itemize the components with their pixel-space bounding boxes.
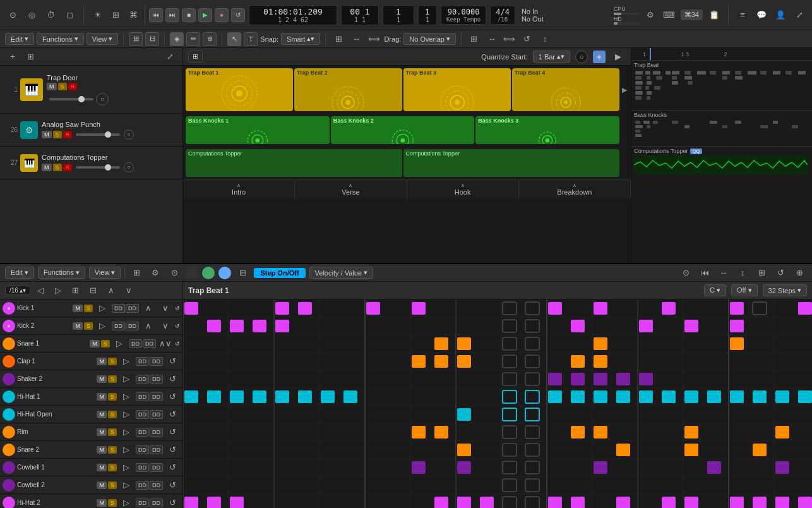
inst-mute-cowbell-2[interactable]: M [97, 481, 107, 489]
inst-icon-rim[interactable] [3, 426, 15, 438]
step-on-off-btn[interactable]: Step On/Off [254, 268, 305, 278]
inst-btn-dd-17[interactable]: DD [136, 445, 149, 454]
list-icon[interactable]: ≡ [735, 8, 750, 23]
inst-tune-cowbell-1[interactable]: ↺ [165, 460, 180, 475]
text-tool[interactable]: T [244, 32, 258, 46]
beat-right-5[interactable]: ⊞ [754, 265, 769, 281]
inst-solo-cowbell-2[interactable]: S [108, 481, 117, 489]
inst-solo-cowbell-1[interactable]: S [108, 464, 117, 471]
cmd-icon[interactable]: ⌘ [126, 8, 141, 23]
step-icon-3[interactable]: ⊞ [68, 283, 83, 298]
beat-right-6[interactable]: ↺ [773, 265, 788, 281]
off-selector[interactable]: Off ▾ [731, 284, 758, 296]
bass-scroll-handle[interactable] [621, 116, 628, 144]
inst-collapse-kick-1[interactable]: ∨ [158, 301, 173, 316]
inst-icon-snare-2[interactable] [3, 444, 15, 456]
inst-icon-hihat-open[interactable] [3, 408, 15, 421]
key-selector[interactable]: C ▾ [704, 284, 726, 296]
inst-tune-kick-1[interactable]: ↺ [175, 305, 180, 311]
arr-scroll-handle[interactable]: ▶ [621, 68, 628, 111]
inst-btn-dd-15[interactable]: DD [136, 428, 149, 437]
inst-mute-clap-1[interactable]: M [97, 358, 107, 365]
flex-tool-btn[interactable]: ⊟ [145, 32, 159, 46]
brightness-icon[interactable]: ☀ [90, 8, 105, 23]
inst-arrow-hihat-1[interactable]: ▷ [119, 389, 134, 404]
pan-knob-analog-saw[interactable]: ○ [124, 130, 134, 140]
pattern-trap-beat-2[interactable]: Trap Beat 2 [294, 68, 402, 111]
track-options-icon[interactable]: ⊞ [23, 49, 38, 64]
inst-arrow-hihat-2[interactable]: ▷ [119, 495, 134, 509]
record-button[interactable]: ● [215, 8, 229, 22]
inst-tune-kick-2[interactable]: ↺ [175, 323, 180, 329]
beat-icon-2[interactable]: ⚙ [148, 265, 163, 281]
inst-arrow-cowbell-2[interactable]: ▷ [119, 478, 134, 493]
inst-btn-dd-4[interactable]: DD [126, 322, 139, 330]
pattern-trap-beat-3[interactable]: Trap Beat 3 [403, 68, 511, 111]
drag-icon-1[interactable]: ⊞ [331, 32, 346, 47]
inst-btn-dd-16[interactable]: DD [150, 428, 163, 437]
q-active[interactable]: ◈ [593, 51, 606, 63]
inst-icon-kick-1[interactable]: ● [3, 302, 15, 315]
inst-icon-cowbell-1[interactable] [3, 461, 15, 474]
beat-right-7[interactable]: ⊕ [792, 265, 807, 281]
add-track-icon[interactable]: + [5, 49, 20, 64]
inst-tune-hihat-1[interactable]: ↺ [165, 389, 180, 404]
view-menu[interactable]: View ▾ [87, 33, 119, 45]
inst-tune-snare-2[interactable]: ↺ [165, 442, 180, 457]
inst-solo-rim[interactable]: S [108, 428, 117, 436]
inst-icon-shaker-2[interactable] [3, 373, 15, 385]
inst-icon-clap-1[interactable] [3, 355, 15, 368]
settings-icon[interactable]: ⚙ [643, 8, 658, 23]
inst-expand-kick-2[interactable]: ∧ [141, 318, 156, 334]
inst-btn-dd-23[interactable]: DD [136, 499, 149, 507]
inst-btn-dd-19[interactable]: DD [136, 463, 149, 472]
color-btn-2[interactable] [202, 267, 215, 279]
inst-btn-dd-9[interactable]: DD [136, 375, 149, 384]
beat-icon-1[interactable]: ⊞ [129, 265, 144, 281]
inst-solo-clap-1[interactable]: S [108, 358, 117, 365]
section-breakdown[interactable]: ∧ Breakdown [519, 180, 631, 198]
inst-btn-dd-22[interactable]: DD [150, 481, 163, 490]
inst-tune-hihat-2[interactable]: ↺ [165, 495, 180, 509]
beat-right-1[interactable]: ⊙ [678, 265, 693, 281]
icon-btn-3[interactable]: ⏱ [43, 8, 58, 23]
volume-slider-trap-door[interactable] [49, 98, 93, 100]
inst-mute-hihat-1[interactable]: M [97, 393, 107, 401]
inst-solo-hihat-2[interactable]: S [108, 499, 117, 507]
inst-arrow-rim[interactable]: ▷ [119, 425, 134, 440]
icon-btn-2[interactable]: ◎ [24, 8, 39, 23]
inst-solo-hihat-open[interactable]: S [108, 411, 117, 418]
section-verse[interactable]: ∧ Verse [295, 180, 407, 198]
inst-arrow-snare-2[interactable]: ▷ [119, 442, 134, 457]
volume-slider-computations[interactable] [76, 166, 120, 169]
beat-icon-3[interactable]: ⊙ [167, 265, 182, 281]
volume-slider-analog-saw[interactable] [76, 133, 120, 136]
inst-arrow-kick-1[interactable]: ▷ [95, 301, 110, 316]
grid-tool-btn[interactable]: ⊞ [129, 32, 143, 46]
solo-btn-analog-saw[interactable]: S [53, 131, 62, 138]
forward-button[interactable]: ⏭ [165, 8, 179, 22]
quantize-menu[interactable]: 1 Bar ▴▾ [533, 51, 570, 63]
pan-knob-computations[interactable]: ○ [124, 162, 134, 172]
inst-solo-shaker-2[interactable]: S [108, 375, 117, 383]
rewind-button[interactable]: ⏮ [149, 8, 163, 22]
step-icon-1[interactable]: ◁ [33, 283, 48, 298]
loop-button[interactable]: ↺ [231, 8, 245, 22]
inst-btn-dd-6[interactable]: DD [143, 339, 156, 348]
rec-btn-analog-saw[interactable]: R [63, 131, 73, 138]
more-icon-1[interactable]: ⊞ [467, 32, 482, 47]
inst-btn-dd-20[interactable]: DD [150, 463, 163, 472]
stop-button[interactable]: ■ [182, 8, 196, 22]
inst-btn-dd-21[interactable]: DD [136, 481, 149, 490]
play-button[interactable]: ▶ [198, 8, 212, 22]
marquee-tool[interactable]: ⊕ [203, 32, 217, 46]
inst-btn-dd-2[interactable]: DD [126, 304, 139, 313]
drag-icon-2[interactable]: ↔ [349, 32, 364, 47]
collapse-tracks-icon[interactable]: ⤢ [162, 49, 177, 64]
keyboard-icon[interactable]: ⌨ [662, 8, 677, 23]
section-intro[interactable]: ∧ Intro [183, 180, 295, 198]
inst-btn-dd-1[interactable]: DD [112, 304, 125, 313]
inst-mute-shaker-2[interactable]: M [97, 375, 107, 383]
inst-mute-kick-1[interactable]: M [73, 305, 83, 312]
drag-icon-3[interactable]: ⟺ [366, 32, 381, 47]
